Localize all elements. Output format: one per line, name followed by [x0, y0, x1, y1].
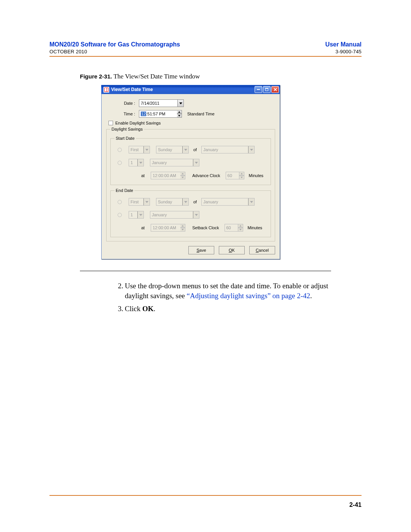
end-daynum-dropdown[interactable]: 1 — [129, 211, 144, 219]
save-button[interactable]: Save — [188, 246, 214, 254]
titlebar[interactable]: View/Set Date Time ✕ — [101, 85, 280, 94]
header-sub-right: 3-9000-745 — [336, 49, 362, 54]
start-at-time[interactable]: 12:00:00 AM — [151, 172, 180, 179]
enable-ds-label: Enable Daylight Savings — [115, 121, 161, 125]
advance-minutes-value: 60 — [228, 173, 232, 178]
setback-minutes-spinner[interactable] — [238, 224, 243, 232]
window-client: Date : 7/14/2011 Time : 12:51:57 PM Sta — [101, 94, 280, 259]
instruction-list: 2. Use the drop-down menus to set the da… — [114, 281, 331, 314]
page-number: 2-41 — [349, 502, 362, 508]
end-ord-value: First — [131, 200, 139, 204]
close-button[interactable]: ✕ — [271, 86, 279, 93]
end-month-b-dropdown[interactable]: January — [150, 211, 199, 219]
figure-rule — [80, 271, 331, 271]
setback-label: Setback Clock — [192, 225, 219, 230]
end-day-value: Sunday — [158, 200, 172, 204]
setback-minutes-input[interactable]: 60 — [225, 224, 238, 232]
start-month-a-dropdown[interactable]: January — [201, 146, 255, 153]
header-title-left: MON20/20 Software for Gas Chromatographs — [49, 41, 180, 48]
end-legend: End Date — [115, 188, 134, 193]
chevron-down-icon — [248, 198, 254, 205]
step-3-text-a: Click — [125, 305, 142, 313]
step-3-number: 3. — [114, 304, 123, 314]
end-at-value: 12:00:00 AM — [153, 225, 176, 230]
footer-rule — [49, 495, 362, 496]
start-at-spinner[interactable] — [180, 172, 185, 179]
chevron-down-icon — [182, 146, 188, 153]
chevron-down-icon — [182, 198, 188, 205]
start-daynum-dropdown[interactable]: 1 — [129, 159, 144, 166]
header-sub-left: OCTOBER 2010 — [49, 49, 87, 54]
start-radio-a[interactable] — [118, 148, 122, 152]
advance-minutes-input[interactable]: 60 — [226, 172, 239, 179]
advance-minutes-spinner[interactable] — [239, 172, 244, 179]
xp-window: View/Set Date Time ✕ Date : 7/14/2011 — [101, 85, 280, 259]
chevron-down-icon — [193, 211, 199, 218]
start-at-value: 12:00:00 AM — [153, 173, 176, 178]
standard-time-label: Standard Time — [187, 112, 215, 116]
time-hours-selected: 12 — [141, 112, 146, 116]
figure-label: Figure 2-31. — [80, 73, 112, 80]
end-at-spinner[interactable] — [180, 224, 185, 232]
ds-legend: Daylight Savings — [110, 127, 144, 131]
end-month-a-dropdown[interactable]: January — [201, 198, 255, 206]
daylight-savings-group: Daylight Savings Start Date First Sunday — [106, 127, 275, 241]
ok-button[interactable]: OK — [219, 246, 245, 254]
of-label: of — [193, 147, 197, 152]
start-month-b-dropdown[interactable]: January — [150, 159, 199, 166]
start-daynum-value: 1 — [131, 160, 133, 165]
of-label-2: of — [193, 200, 197, 204]
start-month-b-value: January — [152, 160, 167, 165]
start-radio-b[interactable] — [118, 161, 122, 165]
cancel-button[interactable]: Cancel — [249, 246, 275, 254]
at-label: at — [141, 173, 145, 178]
start-month-a-value: January — [203, 147, 218, 152]
chevron-down-icon — [137, 159, 143, 166]
start-date-group: Start Date First Sunday of January — [110, 136, 271, 185]
window-title: View/Set Date Time — [111, 87, 153, 92]
end-radio-a[interactable] — [118, 200, 122, 204]
chevron-down-icon — [143, 146, 150, 153]
end-ord-dropdown[interactable]: First — [129, 198, 150, 206]
minimize-button[interactable] — [255, 86, 262, 93]
step-2-text-b: . — [310, 292, 312, 300]
figure-caption: Figure 2-31. The View/Set Date Time wind… — [80, 73, 362, 80]
time-spinner[interactable] — [177, 110, 182, 118]
setback-minutes-value: 60 — [226, 225, 231, 230]
step-2-number: 2. — [114, 281, 123, 301]
time-label: Time : — [106, 112, 139, 116]
date-label: Date : — [106, 101, 139, 105]
end-month-a-value: January — [203, 200, 218, 204]
maximize-button[interactable] — [263, 86, 271, 93]
minutes-label-2: Minutes — [248, 225, 263, 230]
date-dropdown[interactable]: 7/14/2011 — [139, 99, 184, 107]
step-3-ok: OK — [142, 305, 154, 313]
end-date-group: End Date First Sunday of January — [110, 188, 271, 237]
chevron-down-icon — [193, 159, 199, 166]
end-month-b-value: January — [152, 212, 167, 217]
step-2-xref[interactable]: “Adjusting daylight savings” on page 2-4… — [187, 292, 311, 300]
time-input[interactable]: 12:51:57 PM — [139, 110, 177, 118]
chevron-down-icon — [248, 146, 254, 153]
start-day-value: Sunday — [158, 147, 172, 152]
start-day-dropdown[interactable]: Sunday — [156, 146, 189, 153]
end-at-time[interactable]: 12:00:00 AM — [151, 224, 180, 232]
figure-caption-text: The View/Set Date Time window — [112, 73, 200, 80]
chevron-down-icon — [137, 211, 143, 218]
start-ord-value: First — [131, 147, 139, 152]
chevron-down-icon — [143, 198, 150, 205]
time-rest: :51:57 PM — [146, 112, 165, 116]
start-ord-dropdown[interactable]: First — [129, 146, 150, 153]
app-icon — [104, 87, 109, 93]
advance-label: Advance Clock — [192, 173, 220, 178]
end-day-dropdown[interactable]: Sunday — [156, 198, 189, 206]
date-value: 7/14/2011 — [141, 101, 159, 105]
at-label-2: at — [141, 225, 145, 230]
chevron-down-icon[interactable] — [177, 100, 183, 107]
end-daynum-value: 1 — [131, 212, 133, 217]
minutes-label: Minutes — [249, 173, 264, 178]
header-title-right: User Manual — [325, 41, 362, 48]
enable-ds-checkbox[interactable] — [108, 121, 113, 125]
start-legend: Start Date — [115, 136, 136, 141]
end-radio-b[interactable] — [118, 213, 122, 217]
